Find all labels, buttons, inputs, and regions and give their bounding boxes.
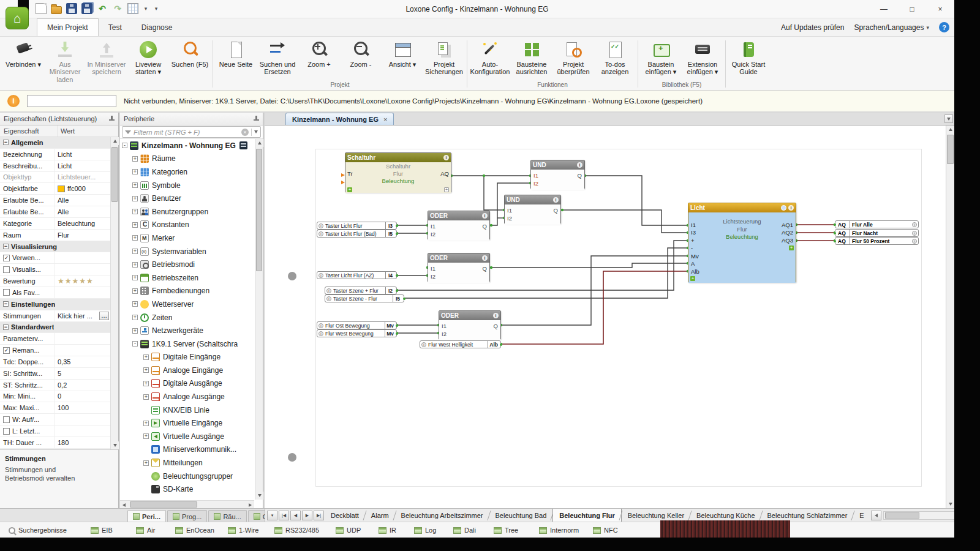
statusbar-item[interactable]: Internorm	[539, 522, 579, 538]
scroll-left-icon[interactable]	[871, 511, 881, 520]
filter-clear-icon[interactable]	[241, 129, 249, 136]
tree-expander-icon[interactable]: +	[132, 209, 138, 214]
ellipsis-button[interactable]: …	[99, 312, 109, 320]
property-row[interactable]: Tdc: Doppe... 0,35…	[0, 356, 110, 368]
tree-item[interactable]: + Räume	[120, 152, 254, 166]
tree-expander-icon[interactable]: +	[132, 249, 138, 254]
tree-expander-icon[interactable]: +	[132, 301, 138, 307]
output-reference[interactable]: AQ Flur Nacht	[835, 229, 919, 237]
tree-expander-icon[interactable]: +	[143, 433, 149, 439]
tree-item[interactable]: + Kategorien	[120, 165, 254, 179]
property-row[interactable]: Min: Mini... 0…	[0, 391, 110, 403]
checkbox[interactable]	[3, 347, 10, 354]
page-tab[interactable]: Deckblatt	[325, 509, 365, 522]
statusbar-item[interactable]: 1-Wire	[228, 522, 258, 538]
ribbon-button[interactable]: Zoom -	[340, 38, 382, 81]
tree-expander-icon[interactable]: +	[132, 156, 138, 162]
tree-expander-icon[interactable]: +	[132, 196, 138, 201]
ribbon-button[interactable]: Aus Miniserver laden	[44, 38, 86, 84]
tree-item[interactable]: + Netzwerkgeräte	[120, 324, 254, 337]
statusbar-item[interactable]: Dali	[453, 522, 476, 538]
tree-item[interactable]: + Wetterserver	[120, 298, 254, 311]
ribbon-button[interactable]: Quick Start Guide	[728, 38, 769, 81]
tree-item[interactable]: Miniserverkommunik...	[120, 443, 254, 457]
canvas-hscrollbar[interactable]	[883, 511, 954, 520]
property-row[interactable]: Als Fav... …	[0, 287, 110, 299]
property-row[interactable]: L: Letzt... …	[0, 425, 110, 437]
tree-item[interactable]: - Kinzelmann - Wohnung EG	[120, 139, 254, 152]
tree-item[interactable]: + Fernbedienungen	[120, 285, 254, 298]
ribbon-button[interactable]: Suchen (F5)	[169, 38, 211, 84]
tree-filter-input[interactable]	[134, 129, 239, 136]
property-row[interactable]: Parameterv... …	[0, 333, 110, 345]
check-updates-link[interactable]: Auf Updates prüfen	[781, 23, 844, 32]
maximize-button[interactable]: □	[898, 0, 926, 18]
pin-icon[interactable]	[108, 115, 115, 122]
section-collapse-icon[interactable]	[3, 301, 9, 307]
property-row[interactable]: Standardwert …	[0, 322, 110, 334]
close-button[interactable]: ×	[926, 0, 954, 18]
tree-item[interactable]: + Betriebsmodi	[120, 258, 254, 271]
output-reference[interactable]: AQ Flur 50 Prozent	[835, 237, 919, 245]
scrollbar-thumb[interactable]	[885, 512, 919, 519]
statusbar-item[interactable]: NFC	[593, 522, 618, 538]
scroll-up-icon[interactable]	[111, 137, 119, 145]
tree-item[interactable]: + Merker	[120, 231, 254, 245]
checkbox[interactable]	[3, 428, 10, 435]
tree-expander-icon[interactable]: +	[132, 235, 138, 241]
property-row[interactable]: Raum Flur…	[0, 230, 110, 241]
first-page-icon[interactable]: |◀	[279, 511, 289, 520]
periphery-vscrollbar[interactable]	[255, 139, 263, 500]
statusbar-item[interactable]: Suchergebnisse	[9, 522, 67, 538]
property-row[interactable]: Objektfarbe ffc000…	[0, 183, 110, 195]
tree-item[interactable]: KNX/EIB Linie	[120, 403, 254, 417]
property-row[interactable]: Erlaubte Be... Alle…	[0, 206, 110, 218]
tree-expander-icon[interactable]: +	[132, 275, 138, 280]
menu-tab[interactable]: Test	[99, 18, 132, 36]
languages-menu[interactable]: Sprachen/Languages▾	[854, 23, 929, 32]
property-row[interactable]: Visualisierung …	[0, 241, 110, 253]
periphery-hscrollbar[interactable]	[120, 500, 254, 508]
tree-expander-icon[interactable]: -	[122, 143, 127, 148]
property-row[interactable]: Visualis... …	[0, 264, 110, 276]
tree-expander-icon[interactable]: +	[143, 394, 149, 400]
ribbon-button[interactable]: Baustein einfügen ▾	[640, 38, 682, 81]
checkbox[interactable]	[3, 289, 10, 296]
statusbar-item[interactable]: Tree	[494, 522, 518, 538]
scrollbar-thumb[interactable]	[111, 147, 118, 202]
tree-expander-icon[interactable]: +	[132, 288, 138, 294]
section-collapse-icon[interactable]	[3, 324, 9, 330]
statusbar-item[interactable]: UDP	[336, 522, 361, 538]
tree-expander-icon[interactable]: +	[132, 262, 138, 268]
property-row[interactable]: TH: Dauer ... 180…	[0, 437, 110, 449]
ribbon-button[interactable]: Zoom +	[298, 38, 340, 81]
property-row[interactable]: ST: Schrittz... 0,2…	[0, 380, 110, 391]
property-row[interactable]: Objekttyp Lichtsteuer...…	[0, 172, 110, 184]
filter-dropdown-icon[interactable]	[254, 130, 258, 133]
statusbar-item[interactable]: EnOcean	[175, 522, 214, 538]
ribbon-button[interactable]: Suchen und Ersetzen	[257, 38, 298, 81]
output-reference[interactable]: AQ Flur Alle	[835, 220, 919, 228]
section-collapse-icon[interactable]	[3, 140, 9, 145]
tree-expander-icon[interactable]: +	[143, 367, 149, 373]
ribbon-button[interactable]: Auto-Konfiguration	[469, 38, 511, 81]
ribbon-button[interactable]: Extension einfügen ▾	[682, 38, 723, 81]
statusbar-item[interactable]: RS232/485	[274, 522, 319, 538]
statusbar-item[interactable]: EIB	[91, 522, 113, 538]
page-tab[interactable]: Beleuchtung Flur	[552, 509, 621, 522]
scrollbar-thumb[interactable]	[947, 135, 954, 164]
statusbar-item[interactable]: Log	[414, 522, 436, 538]
tree-expander-icon[interactable]: -	[132, 341, 138, 347]
tree-expander-icon[interactable]: +	[143, 381, 149, 386]
tree-expander-icon[interactable]: +	[132, 315, 138, 320]
tree-item[interactable]: + Mitteilungen	[120, 456, 254, 470]
ribbon-button[interactable]: Verbinden ▾	[2, 38, 44, 84]
statusbar-item[interactable]: Air	[136, 522, 155, 538]
tree-item[interactable]: + Virtuelle Eingänge	[120, 416, 254, 430]
tree-item[interactable]: - 1K9.1 Server (Schaltschra	[120, 337, 254, 351]
tree-item[interactable]: SD-Karte	[120, 482, 254, 496]
tree-item[interactable]: + Symbole	[120, 179, 254, 192]
ribbon-button[interactable]: In Miniserver speichern	[86, 38, 127, 84]
menu-tab[interactable]: Diagnose	[132, 18, 183, 36]
panel-tab[interactable]: Räu...	[208, 510, 246, 522]
